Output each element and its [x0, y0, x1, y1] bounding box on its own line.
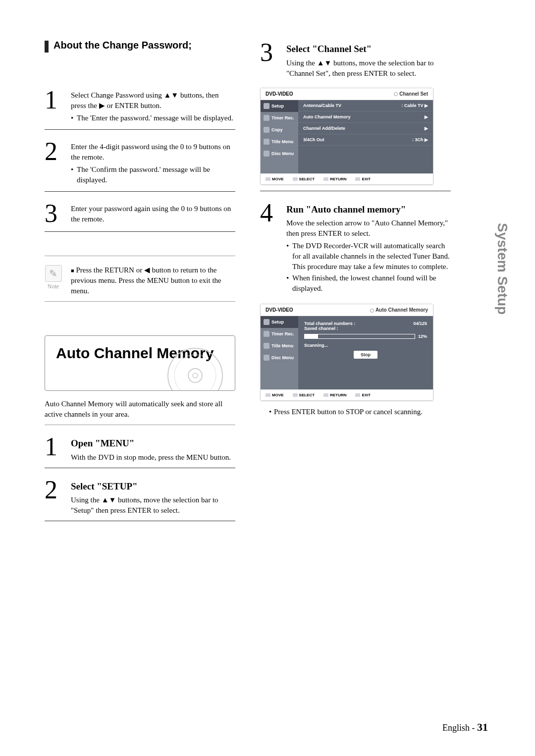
- chevron-right-icon: ▶: [425, 137, 428, 142]
- step-2: 2 Enter the 4-digit password using the 0…: [45, 139, 235, 186]
- step-3: 3 Enter your password again using the 0 …: [45, 201, 235, 226]
- osd-row-add-delete: Channel Add/Delete▶: [298, 123, 433, 134]
- osd-row-label: 3/4Ch Out: [303, 137, 324, 142]
- chip-icon: [266, 177, 270, 181]
- step-bullet: The DVD Recorder-VCR will automatically …: [286, 241, 451, 272]
- feature-description: Auto Channel Memory will automatically s…: [45, 399, 235, 420]
- osd-main: Antenna/Cable TV: Cable TV ▶ Auto Channe…: [298, 100, 433, 173]
- step-text: Select Change Password using ▲▼ buttons,…: [71, 91, 218, 109]
- osd-sidebar-item-setup: Setup: [261, 100, 298, 112]
- osd-sidebar-item-title-menu: Title Menu: [261, 136, 298, 148]
- osd-sidebar-item-setup: Setup: [261, 316, 298, 328]
- page-language: English -: [442, 723, 477, 733]
- step-select-setup: 2 Select "SETUP" Using the ▲▼ buttons, m…: [45, 477, 235, 516]
- chip-icon: [355, 177, 360, 181]
- note-label: Note: [48, 283, 59, 290]
- step-text: Using the ▲▼ buttons, move the selection…: [71, 496, 218, 514]
- step-number: 1: [45, 434, 62, 460]
- step-number: 2: [45, 139, 62, 164]
- osd-sidebar: Setup Timer Rec. Title Menu Disc Menu: [261, 316, 298, 389]
- osd-auto-channel-memory: DVD-VIDEO Auto Channel Memory Setup Time…: [260, 304, 433, 401]
- osd-sidebar: Setup Timer Rec. Copy Title Menu Disc Me…: [261, 100, 298, 173]
- disc-icon: [264, 151, 269, 157]
- clock-icon: [264, 115, 269, 121]
- osd-footer: MOVE SELECT RETURN EXIT: [261, 173, 433, 184]
- note-block: ✎ Note ■ Press the RETURN or ◀ button to…: [45, 265, 235, 296]
- divider: [45, 191, 235, 192]
- list-icon: [264, 343, 269, 349]
- step-select-channel-set: 3 Select "Channel Set" Using the ▲▼ butt…: [260, 40, 451, 79]
- osd-row-value: : Cable TV: [401, 103, 423, 108]
- osd-channel-set: DVD-VIDEO Channel Set Setup Timer Rec. C…: [260, 88, 433, 185]
- step-bullet: The 'Enter the password.' message will b…: [71, 113, 235, 123]
- osd-footer-label: SELECT: [299, 393, 315, 397]
- step-1: 1 Select Change Password using ▲▼ button…: [45, 87, 235, 124]
- osd-sidebar-label: Timer Rec.: [271, 115, 294, 120]
- step-text: Move the selection arrow to "Auto Channe…: [286, 219, 448, 237]
- divider: [45, 301, 235, 302]
- chip-icon: [323, 393, 328, 397]
- osd-sidebar-label: Setup: [271, 320, 284, 324]
- osd-sidebar-label: Disc Menu: [271, 355, 294, 360]
- chevron-right-icon: ▶: [425, 114, 428, 119]
- osd-sidebar-item-timer: Timer Rec.: [261, 112, 298, 124]
- chip-icon: [355, 393, 360, 397]
- osd-sidebar-label: Setup: [271, 104, 284, 108]
- osd-title-right: Channel Set: [399, 91, 428, 97]
- progress-fill: [305, 334, 318, 338]
- gear-icon: [264, 103, 269, 109]
- osd-row-label: Channel Add/Delete: [303, 126, 345, 131]
- osd-title-left: DVD-VIDEO: [266, 91, 293, 97]
- osd-sidebar-label: Disc Menu: [271, 151, 294, 156]
- list-icon: [264, 139, 269, 145]
- step-number: 3: [45, 201, 62, 226]
- disc-icon: [165, 346, 225, 391]
- page-number: 31: [477, 721, 488, 733]
- stop-button: Stop: [354, 351, 377, 359]
- progress-bar: 12%: [304, 334, 427, 339]
- chip-icon: [266, 393, 270, 397]
- divider: [45, 231, 235, 232]
- scanning-label: Scanning...: [304, 343, 427, 348]
- divider: [45, 425, 235, 425]
- osd-footer-label: MOVE: [272, 393, 284, 397]
- total-channel-label: Total channel numbers :: [304, 321, 355, 326]
- osd-title-left: DVD-VIDEO: [266, 307, 293, 313]
- divider: [45, 256, 235, 256]
- step-number: 2: [45, 477, 62, 503]
- divider: [45, 468, 235, 468]
- osd-sidebar-label: Timer Rec.: [271, 331, 294, 336]
- feature-box-auto-channel: Auto Channel Memory: [45, 335, 235, 391]
- osd-footer: MOVE SELECT RETURN EXIT: [261, 389, 433, 400]
- step-title: Run "Auto channel memory": [286, 203, 451, 216]
- step-title: Select "SETUP": [71, 480, 235, 493]
- osd-sidebar-label: Title Menu: [271, 139, 293, 144]
- chevron-right-icon: ▶: [425, 103, 428, 108]
- progress-percent: 12%: [418, 334, 427, 339]
- osd-footer-label: EXIT: [362, 393, 371, 397]
- step-bullet: When finished, the lowest channel found …: [286, 273, 451, 294]
- section-header-change-password: About the Change Password;: [45, 40, 235, 53]
- step-bullet: The 'Confirm the password.' message will…: [71, 164, 235, 185]
- post-note: Press ENTER button to STOP or cancel sca…: [274, 408, 423, 416]
- step-text: Enter the 4-digit password using the 0 t…: [71, 143, 230, 161]
- step-number: 1: [45, 87, 62, 113]
- step-run-auto-channel: 4 Run "Auto channel memory" Move the sel…: [260, 200, 451, 295]
- step-text: Enter your password again using the 0 to…: [71, 205, 231, 223]
- osd-footer-label: RETURN: [330, 177, 346, 181]
- osd-sidebar-label: Copy: [271, 127, 283, 132]
- chip-icon: [323, 177, 328, 181]
- divider: [260, 191, 451, 191]
- osd-footer-label: MOVE: [272, 177, 284, 181]
- total-channel-value: 04/125: [413, 321, 427, 326]
- disc-icon: [264, 355, 269, 361]
- note-icon: ✎: [45, 265, 62, 282]
- step-text: With the DVD in stop mode, press the MEN…: [71, 453, 231, 461]
- step-number: 3: [260, 40, 277, 65]
- section-title: About the Change Password;: [54, 40, 192, 51]
- osd-sidebar-item-timer: Timer Rec.: [261, 328, 298, 340]
- osd-sidebar-item-disc-menu: Disc Menu: [261, 352, 298, 364]
- osd-title-right: Auto Channel Memory: [375, 307, 428, 313]
- chip-icon: [293, 177, 298, 181]
- osd-row-label: Antenna/Cable TV: [303, 103, 341, 108]
